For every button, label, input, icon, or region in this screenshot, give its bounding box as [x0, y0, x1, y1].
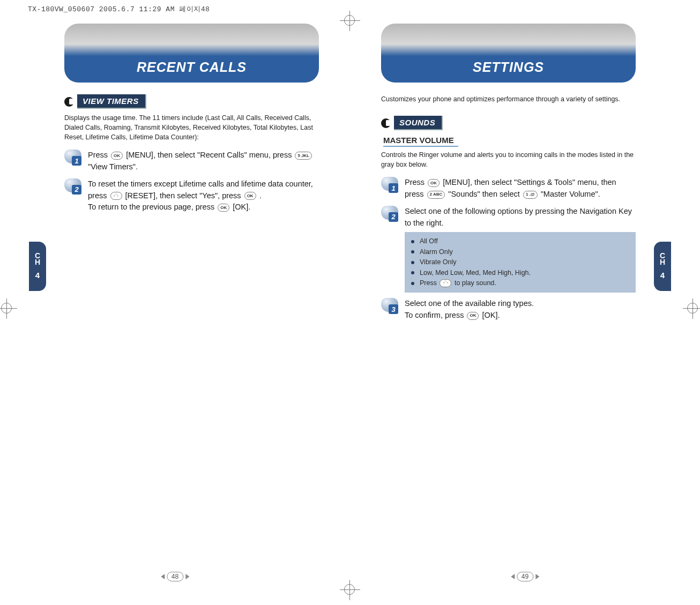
page-spread: C H 4 RECENT CALLS VIEW TIMERS Displays …	[0, 14, 700, 603]
step-row: 2 To reset the timers except Lifetime ca…	[64, 178, 319, 213]
chapter-tab-left: C H 4	[29, 242, 46, 291]
page-number: 49	[511, 572, 539, 581]
ok-key-icon: OK	[428, 179, 440, 187]
page-number-value: 49	[517, 572, 533, 581]
text: [MENU], then select "Recent Calls" menu,…	[126, 151, 292, 159]
step-badge: 2	[381, 206, 399, 221]
ok-key-icon: OK	[467, 312, 479, 320]
option-text: All Off	[420, 236, 438, 247]
section-header: VIEW TIMERS	[64, 94, 319, 109]
option-row: All Off	[411, 236, 629, 247]
bullet-icon	[411, 240, 414, 243]
triangle-left-icon	[161, 574, 165, 579]
page-left: C H 4 RECENT CALLS VIEW TIMERS Displays …	[0, 14, 350, 603]
page-number-value: 48	[167, 572, 183, 581]
section-bullet-icon	[64, 97, 74, 107]
text: [RESET], then select "Yes", press	[125, 191, 241, 200]
bullet-icon	[411, 250, 414, 253]
chapter-letter: H	[660, 259, 665, 266]
options-box: All Off Alarm Only Vibrate Only Low, Med…	[405, 232, 636, 293]
section-bullet-icon	[381, 118, 391, 128]
chapter-number: 4	[35, 271, 40, 280]
bullet-icon	[411, 271, 414, 274]
text: "Sounds" then select	[448, 190, 520, 198]
ok-key-icon: OK	[111, 152, 123, 160]
text: To confirm, press	[405, 311, 464, 319]
page-title-pill: RECENT CALLS	[64, 24, 319, 83]
chapter-number: 4	[660, 271, 665, 280]
text: Select one of the available ring types.	[405, 299, 534, 308]
text: to play sound.	[455, 279, 496, 287]
text: Press	[88, 151, 108, 159]
subsection-heading: MASTER VOLUME	[383, 136, 636, 145]
ok-key-icon: OK	[218, 204, 229, 212]
text: "View Timers".	[88, 162, 138, 171]
text: "Master Volume".	[541, 190, 600, 198]
step-text: Press OK [MENU], then select "Settings &…	[405, 177, 636, 200]
step-number: 1	[72, 156, 81, 166]
text: To return to the previous page, press	[88, 203, 214, 211]
option-row: Press ·¯· to play sound.	[411, 278, 629, 288]
option-row: Low, Med Low, Med, Med High, High.	[411, 268, 629, 278]
bullet-icon	[411, 261, 414, 264]
text: .	[259, 191, 262, 200]
triangle-right-icon	[185, 574, 189, 579]
page-title-pill: SETTINGS	[381, 24, 636, 83]
section-header: SOUNDS	[381, 116, 636, 130]
page-right: C H 4 SETTINGS Customizes your phone and…	[350, 14, 700, 603]
page-title: RECENT CALLS	[137, 59, 247, 75]
text: [OK].	[482, 311, 500, 319]
intro-text: Customizes your phone and optimizes perf…	[381, 94, 636, 104]
one-key-icon: 1 .@	[523, 191, 538, 199]
chapter-letter: H	[35, 259, 40, 266]
text: Press	[405, 178, 425, 186]
option-text: Press ·¯· to play sound.	[420, 278, 496, 288]
text: [OK].	[233, 203, 250, 211]
step-text: Select one of the following options by p…	[405, 206, 636, 229]
softkey-icon: ·¯·	[440, 279, 451, 287]
option-text: Alarm Only	[420, 247, 453, 257]
step-number: 2	[389, 212, 398, 222]
step-row: 2 Select one of the following options by…	[381, 206, 636, 229]
section-label: VIEW TIMERS	[77, 94, 146, 109]
option-row: Alarm Only	[411, 247, 629, 257]
step-text: To reset the timers except Lifetime call…	[88, 178, 319, 213]
two-key-icon: 2 ABC	[427, 191, 445, 199]
section-label: SOUNDS	[394, 116, 443, 130]
step-text: Press OK [MENU], then select "Recent Cal…	[88, 150, 319, 173]
softkey-icon: ·¯·	[110, 192, 122, 200]
step-row: 1 Press OK [MENU], then select "Settings…	[381, 177, 636, 200]
option-text: Vibrate Only	[420, 257, 457, 267]
step-text: Select one of the available ring types. …	[405, 298, 636, 322]
step-number: 3	[389, 304, 398, 314]
text: Press	[420, 279, 437, 287]
step-badge: 1	[381, 177, 399, 192]
heading-underline	[383, 146, 458, 147]
page-number: 48	[161, 572, 189, 581]
triangle-left-icon	[511, 574, 515, 579]
section-description: Displays the usage time. The 11 timers i…	[64, 113, 319, 142]
chapter-tab-right: C H 4	[654, 242, 671, 291]
step-row: 1 Press OK [MENU], then select "Recent C…	[64, 150, 319, 173]
page-title: SETTINGS	[473, 59, 544, 75]
triangle-right-icon	[535, 574, 539, 579]
option-text: Low, Med Low, Med, Med High, High.	[420, 268, 531, 278]
option-row: Vibrate Only	[411, 257, 629, 267]
step-badge: 3	[381, 298, 399, 313]
step-row: 3 Select one of the available ring types…	[381, 298, 636, 322]
step-badge: 2	[64, 178, 83, 193]
five-key-icon: 5 JKL	[295, 152, 312, 160]
step-number: 1	[389, 183, 398, 193]
step-badge: 1	[64, 150, 83, 165]
subsection-description: Controls the Ringer volume and alerts yo…	[381, 150, 636, 169]
bullet-icon	[411, 282, 414, 285]
step-number: 2	[72, 185, 81, 195]
ok-key-icon: OK	[244, 192, 256, 200]
